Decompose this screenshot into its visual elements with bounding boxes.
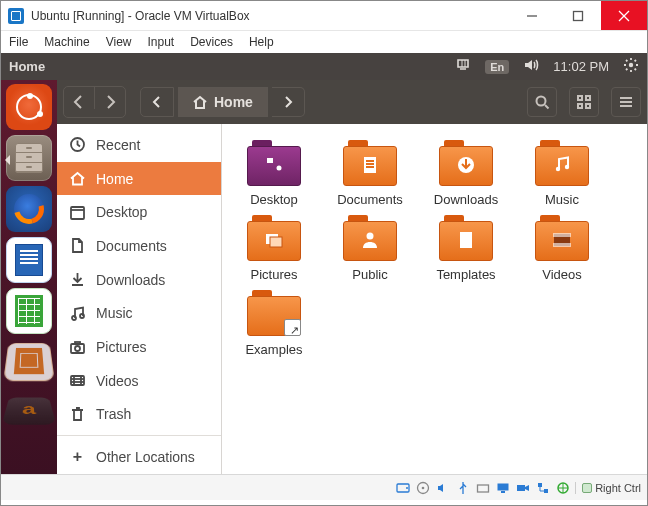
folder-documents[interactable]: Documents [324,140,416,207]
minimize-button[interactable] [509,1,555,30]
hamburger-menu-button[interactable] [611,87,641,117]
home-icon [69,170,86,187]
folder-label: Public [352,267,387,282]
folder-label: Downloads [434,192,498,207]
launcher-firefox[interactable] [6,186,52,232]
sidebar-separator [57,435,221,436]
status-hdd-icon[interactable] [395,480,410,495]
sidebar-item-other-locations[interactable]: + Other Locations [57,440,221,474]
menu-view[interactable]: View [106,35,132,49]
path-next-button[interactable] [272,87,305,117]
status-video-capture-icon[interactable] [515,480,530,495]
files-toolbar: Home [57,80,647,124]
launcher-writer[interactable] [6,237,52,283]
sidebar-item-documents[interactable]: Documents [57,229,221,263]
path-label: Home [214,94,253,110]
status-mouse-integration-icon[interactable] [555,480,570,495]
language-indicator[interactable]: En [485,60,509,74]
keyboard-indicator-icon[interactable] [455,57,471,76]
status-display-icon[interactable] [495,480,510,495]
sidebar-item-label: Pictures [96,339,147,355]
status-network-icon[interactable] [535,480,550,495]
sidebar-item-trash[interactable]: Trash [57,398,221,432]
virtualbox-icon [8,8,24,24]
sidebar-item-music[interactable]: Music [57,297,221,331]
svg-rect-50 [501,491,505,493]
maximize-button[interactable] [555,1,601,30]
window-title: Ubuntu [Running] - Oracle VM VirtualBox [31,9,250,23]
hostkey-led-icon [582,483,592,493]
download-icon [69,271,86,288]
svg-point-18 [80,314,84,318]
nav-back-button[interactable] [64,87,94,117]
home-icon [192,94,208,110]
sidebar-item-recent[interactable]: Recent [57,128,221,162]
folder-public[interactable]: Public [324,215,416,282]
sidebar-item-desktop[interactable]: Desktop [57,195,221,229]
unity-top-panel: Home En 11:02 PM [1,53,647,80]
desktop-icon [69,204,86,221]
folder-label: Documents [337,192,403,207]
folder-music[interactable]: Music [516,140,608,207]
folder-label: Templates [436,267,495,282]
svg-point-35 [565,165,569,169]
menu-help[interactable]: Help [249,35,274,49]
folder-label: Desktop [250,192,298,207]
svg-rect-15 [71,207,84,219]
svg-point-28 [277,166,282,171]
launcher-amazon[interactable]: a [2,398,57,425]
launcher-impress[interactable] [3,343,55,381]
folder-pictures[interactable]: Pictures [228,215,320,282]
menu-input[interactable]: Input [148,35,175,49]
menu-devices[interactable]: Devices [190,35,233,49]
folder-templates[interactable]: a Templates [420,215,512,282]
search-button[interactable] [527,87,557,117]
path-prev-button[interactable] [140,87,174,117]
status-usb-icon[interactable] [455,480,470,495]
svg-point-17 [72,316,76,320]
view-grid-button[interactable] [569,87,599,117]
status-optical-icon[interactable] [415,480,430,495]
svg-point-20 [75,346,80,351]
status-audio-icon[interactable] [435,480,450,495]
sidebar-item-label: Trash [96,406,131,422]
window-titlebar: Ubuntu [Running] - Oracle VM VirtualBox [1,1,647,31]
files-grid: Desktop Documents Downloads [222,124,647,474]
svg-rect-9 [578,104,582,108]
virtualbox-statusbar: Right Ctrl [1,474,647,500]
hostkey-label: Right Ctrl [595,482,641,494]
svg-rect-22 [71,376,84,385]
launcher-files[interactable] [6,135,52,181]
nav-forward-button[interactable] [95,87,125,117]
folder-desktop[interactable]: Desktop [228,140,320,207]
clock[interactable]: 11:02 PM [553,59,609,74]
launcher-calc[interactable] [6,288,52,334]
status-hostkey[interactable]: Right Ctrl [575,482,641,494]
volume-icon[interactable] [523,57,539,76]
folder-examples[interactable]: Examples [228,290,320,357]
music-icon [69,305,86,322]
folder-label: Music [545,192,579,207]
sidebar-item-label: Other Locations [96,449,195,465]
virtualbox-menubar: File Machine View Input Devices Help [1,31,647,53]
folder-label: Examples [245,342,302,357]
sidebar-item-videos[interactable]: Videos [57,364,221,398]
files-sidebar: Recent Home Desktop Documents Downloads [57,124,222,474]
sidebar-item-label: Desktop [96,204,147,220]
menu-file[interactable]: File [9,35,28,49]
panel-app-title: Home [9,59,45,74]
sidebar-item-label: Home [96,171,133,187]
launcher-dash[interactable] [6,84,52,130]
sidebar-item-downloads[interactable]: Downloads [57,263,221,297]
sidebar-item-pictures[interactable]: Pictures [57,330,221,364]
path-segment-home[interactable]: Home [178,87,268,117]
svg-rect-49 [497,483,508,490]
status-shared-folder-icon[interactable] [475,480,490,495]
menu-machine[interactable]: Machine [44,35,89,49]
folder-videos[interactable]: Videos [516,215,608,282]
system-menu-icon[interactable] [623,57,639,76]
folder-downloads[interactable]: Downloads [420,140,512,207]
close-button[interactable] [601,1,647,30]
sidebar-item-home[interactable]: Home [57,162,221,196]
folder-label: Pictures [251,267,298,282]
